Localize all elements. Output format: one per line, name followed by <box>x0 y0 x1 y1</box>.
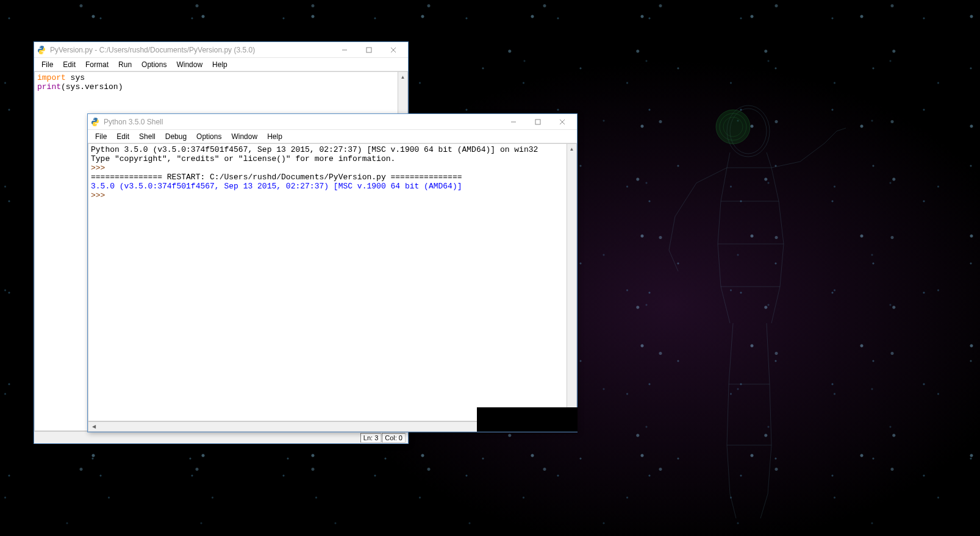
menu-run[interactable]: Run <box>113 59 137 70</box>
shell-prompt: >>> <box>91 191 110 200</box>
shell-window-controls <box>501 114 574 130</box>
editor-menubar: File Edit Format Run Options Window Help <box>34 58 408 71</box>
menu-edit[interactable]: Edit <box>112 131 134 142</box>
status-col: Col: 0 <box>382 433 406 443</box>
close-button[interactable] <box>381 42 406 58</box>
svg-rect-8 <box>367 48 371 52</box>
menu-help[interactable]: Help <box>262 131 287 142</box>
minimize-button[interactable] <box>332 42 357 58</box>
svg-point-2 <box>716 110 750 144</box>
menu-shell[interactable]: Shell <box>134 131 160 142</box>
code-builtin: print <box>37 82 61 91</box>
shell-title: Python 3.5.0 Shell <box>104 118 501 126</box>
svg-rect-14 <box>535 120 540 124</box>
menu-edit[interactable]: Edit <box>58 59 80 70</box>
maximize-button[interactable] <box>526 114 550 130</box>
scroll-track[interactable] <box>567 154 576 410</box>
svg-point-5 <box>40 46 40 47</box>
code-text: sys <box>66 73 85 82</box>
menu-window[interactable]: Window <box>226 131 262 142</box>
editor-titlebar[interactable]: PyVersion.py - C:/Users/rushd/Documents/… <box>34 42 408 58</box>
menu-file[interactable]: File <box>90 131 112 142</box>
python-icon <box>90 117 100 127</box>
menu-window[interactable]: Window <box>171 59 207 70</box>
menu-file[interactable]: File <box>37 59 58 70</box>
svg-point-6 <box>42 52 43 53</box>
scroll-up-icon[interactable]: ▲ <box>398 72 407 82</box>
scroll-left-icon[interactable]: ◀ <box>88 422 99 431</box>
python-icon <box>37 45 46 55</box>
editor-title: PyVersion.py - C:/Users/rushd/Documents/… <box>50 46 332 54</box>
menu-help[interactable]: Help <box>207 59 232 70</box>
shell-vertical-scrollbar[interactable]: ▲ ▼ <box>567 143 577 421</box>
shell-stdout-line: 3.5.0 (v3.5.0:374f501f4567, Sep 13 2015,… <box>91 182 462 191</box>
svg-point-12 <box>96 124 96 125</box>
svg-point-11 <box>93 118 94 119</box>
minimize-button[interactable] <box>501 114 526 130</box>
shell-output[interactable]: Python 3.5.0 (v3.5.0:374f501f4567, Sep 1… <box>88 143 567 421</box>
shell-prompt: >>> <box>91 163 110 173</box>
menu-options[interactable]: Options <box>137 59 171 70</box>
status-line: Ln: 3 <box>360 433 381 443</box>
shell-menubar: File Edit Shell Debug Options Window Hel… <box>88 130 577 143</box>
shell-area: Python 3.5.0 (v3.5.0:374f501f4567, Sep 1… <box>88 143 577 421</box>
menu-debug[interactable]: Debug <box>160 131 191 142</box>
code-keyword: import <box>37 73 66 82</box>
maximize-button[interactable] <box>357 42 381 58</box>
editor-window-controls <box>332 42 406 58</box>
code-text: (sys.version) <box>61 82 123 91</box>
scroll-up-icon[interactable]: ▲ <box>567 144 576 154</box>
menu-options[interactable]: Options <box>191 131 226 142</box>
shell-restart-line: =============== RESTART: C:/Users/rushd/… <box>91 173 462 182</box>
black-overlay-region <box>477 407 578 432</box>
shell-titlebar[interactable]: Python 3.5.0 Shell <box>88 114 577 130</box>
editor-statusbar: Ln: 3 Col: 0 <box>34 431 408 443</box>
menu-format[interactable]: Format <box>80 59 113 70</box>
shell-banner-line: Python 3.5.0 (v3.5.0:374f501f4567, Sep 1… <box>91 145 538 154</box>
close-button[interactable] <box>550 114 574 130</box>
shell-window: Python 3.5.0 Shell File Edit Shell Debug… <box>87 113 578 432</box>
shell-banner-line: Type "copyright", "credits" or "license(… <box>91 154 395 163</box>
background-wireframe-figure <box>638 98 870 524</box>
